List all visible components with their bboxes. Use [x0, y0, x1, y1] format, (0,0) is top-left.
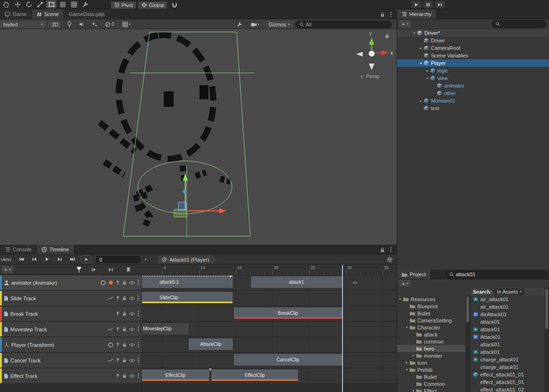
track-menu-icon[interactable]	[137, 295, 139, 301]
folder-prefab-bullet[interactable]: Bullet	[397, 373, 465, 380]
track-lane-slide[interactable]: SlideClip	[141, 291, 397, 305]
scene-effects-toggle[interactable]	[89, 20, 100, 28]
folder-character[interactable]: ▾Character	[397, 324, 465, 331]
hierarchy-item-other[interactable]: other	[397, 89, 549, 97]
project-search-input[interactable]: attack01	[446, 271, 546, 278]
frame-dropdown-icon[interactable]: ▾	[145, 258, 147, 262]
track-offset-icon[interactable]	[100, 280, 106, 286]
pin-icon[interactable]	[116, 280, 120, 285]
orientation-gizmo[interactable]: y x < Persp	[356, 30, 393, 79]
gizmos-dropdown[interactable]: Gizmos▾	[265, 21, 293, 28]
timeline-play-button[interactable]	[41, 256, 53, 263]
track-lane-effect[interactable]: EffectClip ▼ EffectClip	[141, 368, 397, 383]
shading-mode-dropdown[interactable]: haded▾	[0, 21, 46, 28]
lock-icon[interactable]	[122, 280, 127, 285]
scene-search-input[interactable]: All	[295, 21, 392, 28]
lock-icon[interactable]	[122, 327, 127, 332]
collapse-icon[interactable]: ▾	[412, 31, 417, 35]
expand-icon[interactable]: ▸	[411, 353, 416, 358]
folder-hero[interactable]: hero	[397, 345, 465, 352]
collapse-icon[interactable]: ▾	[404, 325, 409, 329]
eye-icon[interactable]	[129, 280, 135, 285]
track-header-effect[interactable]: Effect Track	[0, 368, 141, 383]
tab-console[interactable]: Console	[0, 245, 37, 254]
projection-label[interactable]: Persp	[366, 73, 380, 79]
clip-cancel[interactable]: CancelClip	[233, 353, 342, 366]
expand-icon[interactable]: ▸	[425, 69, 430, 73]
axis-y-cone[interactable]	[369, 38, 374, 45]
folder-camerasetting[interactable]: CameraSetting	[397, 317, 465, 324]
timeline-duration-line[interactable]	[342, 265, 343, 392]
pin-icon[interactable]	[116, 296, 120, 301]
timeline-ruler[interactable]: 5 10 15 20 25 30 35	[141, 264, 397, 275]
panel-divider[interactable]	[397, 9, 397, 392]
frame-input[interactable]: 0	[96, 256, 140, 263]
scene-grid-dropdown[interactable]: ▾	[119, 20, 134, 28]
next-frame-button[interactable]	[54, 256, 65, 263]
collapse-icon[interactable]: ▾	[398, 297, 403, 301]
scale-tool-button[interactable]	[35, 0, 45, 8]
track-menu-icon[interactable]	[137, 357, 139, 363]
marker-flag-icon[interactable]	[126, 267, 131, 272]
hierarchy-item-test[interactable]: test	[397, 104, 549, 112]
scene-viewport[interactable]: y x < Persp	[0, 29, 397, 245]
scene-lighting-toggle[interactable]	[64, 20, 74, 28]
snap-toggle[interactable]	[169, 1, 180, 9]
pin-icon[interactable]	[116, 342, 120, 347]
expand-icon[interactable]: ▸	[418, 99, 423, 103]
axis-negy-cone[interactable]	[369, 64, 374, 70]
pause-button[interactable]	[423, 0, 433, 8]
hierarchy-add-button[interactable]: +▾	[399, 20, 411, 28]
search-scope-dropdown[interactable]: In Assets▾	[494, 288, 524, 295]
eye-icon[interactable]	[129, 343, 135, 347]
collapse-icon[interactable]: ▾	[411, 389, 416, 392]
scene-audio-toggle[interactable]	[77, 20, 87, 28]
tab-hierarchy[interactable]: Hierarchy	[397, 9, 437, 19]
timeline-settings-gear-icon[interactable]	[387, 256, 393, 263]
tab-gamedata[interactable]: GameData.gdjs	[64, 9, 110, 19]
scene-visibility-toggle[interactable]: 0	[102, 20, 117, 28]
tab-project[interactable]: Project	[397, 270, 431, 279]
play-range-button[interactable]	[81, 256, 91, 263]
lock-icon[interactable]	[122, 358, 127, 363]
collapse-icon[interactable]: ▾	[418, 61, 423, 65]
grid-tool-button[interactable]	[69, 0, 79, 8]
collapse-icon[interactable]: ▾	[404, 368, 409, 372]
clip-movestep[interactable]: MovestepClip	[141, 322, 189, 335]
panel-menu-icon[interactable]	[390, 247, 392, 253]
tab-scene[interactable]: Scene	[32, 9, 64, 19]
results-scrollbar[interactable]	[544, 287, 549, 392]
eye-icon[interactable]	[129, 296, 135, 301]
clip-attack[interactable]: AttackClip	[188, 338, 233, 351]
clip-attack1[interactable]: attack1	[250, 276, 342, 288]
track-menu-icon[interactable]	[137, 373, 139, 379]
2d-toggle[interactable]: 2D	[48, 21, 62, 28]
result-item[interactable]: attack01	[470, 318, 544, 326]
clip-attack0-1[interactable]: attack0-1	[141, 276, 233, 288]
track-menu-icon[interactable]	[137, 326, 139, 332]
global-toggle[interactable]: Global	[138, 1, 167, 9]
clip-break[interactable]: BreakClip	[233, 307, 342, 320]
goto-clip-end-icon[interactable]	[108, 267, 113, 272]
playhead-marker-icon[interactable]	[77, 266, 81, 273]
lock-icon[interactable]	[122, 311, 127, 316]
folder-resources[interactable]: ▾Resources	[397, 296, 465, 303]
transform-tool-button[interactable]	[57, 0, 68, 8]
pin-icon[interactable]	[116, 373, 120, 378]
pin-icon[interactable]	[116, 327, 120, 332]
clip-effect-2[interactable]: EffectClip	[211, 369, 299, 382]
result-item[interactable]: air_attack01	[470, 303, 544, 311]
folder-effect[interactable]: ▾Effect	[397, 387, 465, 392]
folder-prefab[interactable]: ▾Prefab	[397, 366, 465, 373]
hand-tool-button[interactable]	[1, 0, 11, 8]
folder-common[interactable]: common	[397, 338, 465, 345]
track-header-animator[interactable]: animator (Animator)	[0, 275, 141, 290]
expand-icon[interactable]: ▸	[418, 46, 423, 50]
eye-icon[interactable]	[129, 358, 135, 363]
lock-icon[interactable]	[122, 296, 127, 301]
track-header-slide[interactable]: Slide Track	[0, 291, 141, 305]
track-lane-break[interactable]: BreakClip	[141, 306, 397, 321]
track-header-player-transform[interactable]: Player (Transform)	[0, 337, 141, 352]
hierarchy-item-monster01[interactable]: ▸Monster01	[397, 97, 549, 104]
project-add-button[interactable]: +▾	[399, 280, 411, 287]
